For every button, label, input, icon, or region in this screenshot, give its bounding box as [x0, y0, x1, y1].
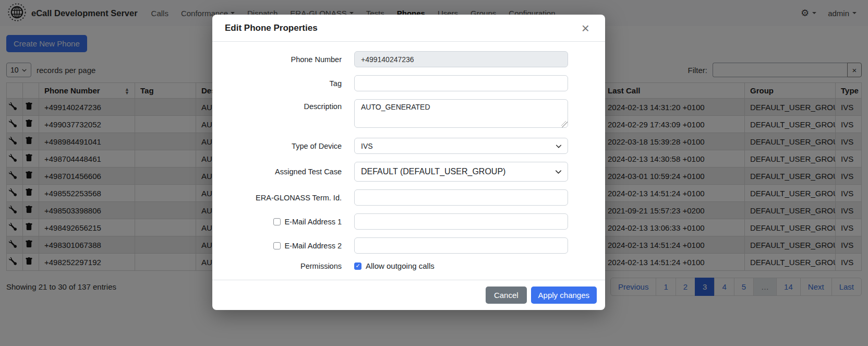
- era-glonass-term-id-row: ERA-GLONASS Term. Id.: [225, 189, 593, 206]
- allow-outgoing-calls-label: Allow outgoing calls: [366, 261, 435, 270]
- modal-title: Edit Phone Properties: [225, 23, 318, 33]
- close-icon: ×: [582, 20, 589, 36]
- email-2-field[interactable]: [354, 237, 568, 254]
- assigned-test-case-select[interactable]: DEFAULT (DEFAULT_USER_GROUP): [354, 162, 568, 182]
- modal-header: Edit Phone Properties ×: [212, 15, 605, 42]
- email-2-row: E-Mail Address 2: [225, 237, 593, 254]
- modal-footer: Cancel Apply changes: [212, 280, 605, 310]
- email-1-row: E-Mail Address 1: [225, 213, 593, 230]
- chevron-down-icon: [555, 142, 562, 150]
- assigned-test-case-row: Assigned Test Case DEFAULT (DEFAULT_USER…: [225, 162, 593, 182]
- era-glonass-term-id-field[interactable]: [354, 189, 568, 206]
- tag-label: Tag: [225, 79, 342, 88]
- type-of-device-label: Type of Device: [225, 142, 342, 150]
- assigned-test-case-label: Assigned Test Case: [225, 168, 342, 176]
- email-2-label: E-Mail Address 2: [225, 242, 342, 250]
- allow-outgoing-calls-checkbox[interactable]: [354, 263, 361, 270]
- email-1-field[interactable]: [354, 213, 568, 230]
- chevron-down-icon: [554, 168, 562, 176]
- email-1-label: E-Mail Address 1: [225, 218, 342, 226]
- modal-body: Phone Number Tag Description AUTO_GENERA…: [212, 42, 605, 276]
- type-of-device-row: Type of Device IVS: [225, 138, 593, 154]
- email-1-checkbox[interactable]: [273, 218, 281, 225]
- description-row: Description AUTO_GENERATED: [225, 99, 593, 130]
- phone-number-field: [354, 51, 568, 67]
- phone-number-label: Phone Number: [225, 55, 342, 64]
- tag-row: Tag: [225, 75, 593, 91]
- cancel-button[interactable]: Cancel: [486, 287, 527, 304]
- type-of-device-select[interactable]: IVS: [354, 138, 568, 154]
- phone-number-row: Phone Number: [225, 51, 593, 67]
- description-field[interactable]: AUTO_GENERATED: [354, 99, 568, 128]
- edit-phone-modal: Edit Phone Properties × Phone Number Tag…: [212, 15, 605, 310]
- era-glonass-term-id-label: ERA-GLONASS Term. Id.: [225, 194, 342, 202]
- description-label: Description: [225, 99, 342, 111]
- permissions-label: Permissions: [225, 262, 342, 270]
- permissions-row: Permissions Allow outgoing calls: [225, 261, 593, 270]
- tag-field[interactable]: [354, 75, 568, 91]
- apply-changes-button[interactable]: Apply changes: [531, 287, 597, 304]
- close-modal-button[interactable]: ×: [578, 22, 593, 34]
- email-2-checkbox[interactable]: [273, 242, 281, 249]
